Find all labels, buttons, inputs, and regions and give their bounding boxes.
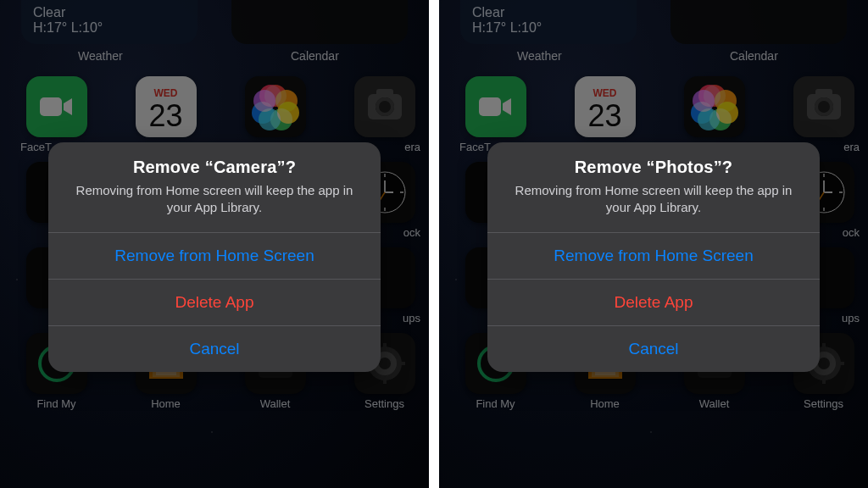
cancel-button[interactable]: Cancel: [487, 325, 820, 372]
phone-screen-right: Clear H:17° L:10° Weather Calendar FaceT…: [439, 0, 868, 488]
remove-from-home-button[interactable]: Remove from Home Screen: [487, 232, 820, 279]
remove-alert: Remove “Camera”? Removing from Home scre…: [48, 142, 381, 372]
alert-message: Removing from Home screen will keep the …: [506, 182, 801, 217]
remove-alert: Remove “Photos”? Removing from Home scre…: [487, 142, 820, 372]
alert-title: Remove “Camera”?: [67, 158, 362, 177]
delete-app-button[interactable]: Delete App: [48, 279, 381, 325]
alert-message: Removing from Home screen will keep the …: [67, 182, 362, 217]
delete-app-button[interactable]: Delete App: [487, 279, 820, 325]
remove-from-home-button[interactable]: Remove from Home Screen: [48, 232, 381, 279]
alert-title: Remove “Photos”?: [506, 158, 801, 177]
cancel-button[interactable]: Cancel: [48, 325, 381, 372]
phone-screen-left: Clear H:17° L:10° Weather Calendar FaceT…: [0, 0, 429, 488]
